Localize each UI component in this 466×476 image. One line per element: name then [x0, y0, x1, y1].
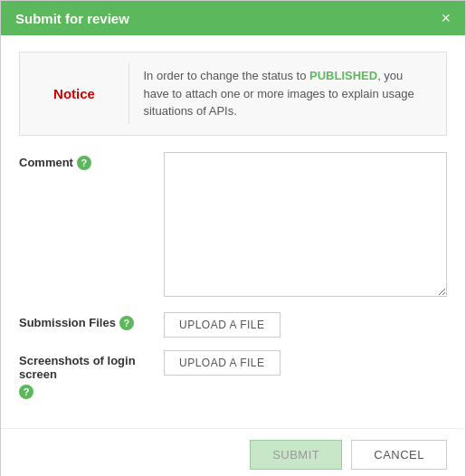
- notice-highlighted: PUBLISHED: [309, 69, 377, 82]
- comment-help-badge[interactable]: ?: [77, 156, 91, 170]
- close-button[interactable]: ×: [441, 10, 451, 26]
- screenshots-label-wrap: Screenshots of login screen ?: [19, 350, 164, 399]
- submission-files-control: UPLOAD A FILE: [164, 312, 447, 338]
- upload-file-button-2[interactable]: UPLOAD A FILE: [164, 350, 281, 376]
- notice-label: Notice: [53, 86, 95, 101]
- modal-header: Submit for review ×: [1, 1, 465, 35]
- screenshots-help-badge[interactable]: ?: [19, 385, 33, 399]
- comment-textarea[interactable]: [164, 152, 447, 297]
- screenshots-label: Screenshots of login screen: [19, 354, 164, 381]
- notice-box: Notice In order to change the status to …: [19, 52, 447, 136]
- submission-files-help-badge[interactable]: ?: [119, 316, 134, 330]
- modal-footer: SUBMIT CANCEL: [1, 428, 465, 477]
- notice-left: Notice: [20, 52, 128, 135]
- screenshots-row: Screenshots of login screen ? UPLOAD A F…: [19, 350, 447, 399]
- submission-files-label-wrap: Submission Files ?: [19, 312, 164, 330]
- comment-label-wrap: Comment ?: [19, 152, 164, 170]
- cancel-button[interactable]: CANCEL: [351, 440, 447, 470]
- screenshots-control: UPLOAD A FILE: [164, 350, 447, 376]
- notice-content: In order to change the status to PUBLISH…: [128, 52, 446, 135]
- submit-review-modal: Submit for review × Notice In order to c…: [0, 0, 466, 476]
- upload-file-button-1[interactable]: UPLOAD A FILE: [164, 312, 281, 338]
- modal-body: Notice In order to change the status to …: [1, 35, 465, 428]
- submission-files-label: Submission Files: [19, 316, 116, 329]
- notice-text-part1: In order to change the status to: [143, 69, 309, 82]
- comment-label: Comment: [19, 156, 73, 169]
- submit-button[interactable]: SUBMIT: [250, 440, 342, 470]
- comment-control-wrap: [164, 152, 447, 300]
- submission-files-row: Submission Files ? UPLOAD A FILE: [19, 312, 447, 338]
- comment-row: Comment ?: [19, 152, 447, 300]
- modal-title: Submit for review: [15, 11, 129, 26]
